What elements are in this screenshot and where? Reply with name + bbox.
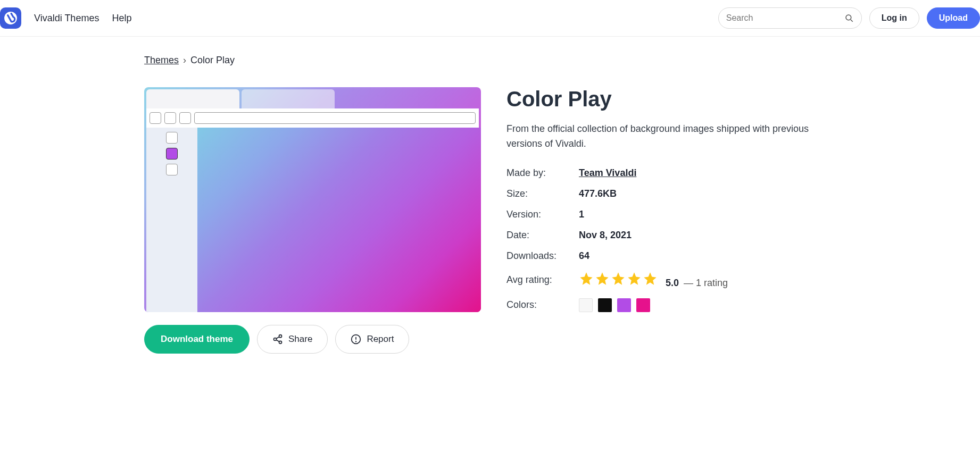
vivaldi-icon: [4, 11, 18, 25]
preview-nav-btn: [164, 112, 176, 124]
color-swatch: [617, 298, 631, 312]
report-button[interactable]: Report: [335, 325, 409, 354]
label-avg-rating: Avg rating:: [506, 274, 579, 286]
theme-title: Color Play: [506, 87, 836, 111]
svg-line-7: [276, 340, 279, 341]
nav-help[interactable]: Help: [112, 13, 131, 24]
theme-description: From the official collection of backgrou…: [506, 122, 836, 152]
star-icon: [643, 271, 658, 286]
star-icon: [595, 271, 610, 286]
breadcrumb: Themes › Color Play: [144, 55, 836, 66]
preview-nav-btn: [179, 112, 191, 124]
breadcrumb-root[interactable]: Themes: [144, 55, 179, 66]
breadcrumb-current: Color Play: [190, 55, 235, 66]
star-rating: [579, 271, 658, 286]
rating-value: 5.0: [666, 278, 679, 288]
color-swatches: [579, 298, 836, 312]
label-date: Date:: [506, 230, 579, 241]
value-avg-rating: 5.0 — 1 rating: [579, 271, 836, 289]
preview-panel-btn: [166, 132, 178, 144]
label-made-by: Made by:: [506, 167, 579, 179]
svg-line-6: [276, 337, 279, 338]
color-swatch: [579, 298, 593, 312]
share-button[interactable]: Share: [257, 325, 328, 354]
label-colors: Colors:: [506, 299, 579, 311]
value-version: 1: [579, 209, 836, 220]
svg-point-5: [279, 341, 282, 343]
label-version: Version:: [506, 209, 579, 220]
report-button-label: Report: [367, 334, 394, 345]
chevron-right-icon: ›: [183, 55, 186, 66]
preview-address-bar: [194, 112, 476, 124]
preview-panel-btn-accent: [166, 148, 178, 160]
author-link[interactable]: Team Vivaldi: [579, 167, 636, 178]
share-button-label: Share: [288, 334, 312, 345]
rating-count: — 1 rating: [684, 278, 728, 288]
value-size: 477.6KB: [579, 188, 836, 199]
share-icon: [272, 334, 283, 345]
star-icon: [579, 271, 594, 286]
upload-button[interactable]: Upload: [927, 7, 980, 29]
vivaldi-logo[interactable]: [0, 7, 21, 29]
star-icon: [627, 271, 642, 286]
search-input[interactable]: [726, 13, 844, 23]
label-size: Size:: [506, 188, 579, 199]
preview-tab-active: [146, 89, 239, 108]
value-downloads: 64: [579, 250, 836, 262]
svg-point-4: [274, 338, 277, 341]
download-theme-button[interactable]: Download theme: [144, 325, 250, 354]
svg-point-1: [846, 15, 851, 20]
theme-preview: [144, 87, 481, 312]
color-swatch: [636, 298, 650, 312]
label-downloads: Downloads:: [506, 250, 579, 262]
login-button[interactable]: Log in: [869, 7, 919, 29]
alert-icon: [351, 334, 361, 345]
preview-nav-btn: [150, 112, 161, 124]
nav-themes[interactable]: Vivaldi Themes: [34, 13, 99, 24]
value-date: Nov 8, 2021: [579, 230, 836, 241]
svg-point-10: [356, 341, 356, 342]
search-field[interactable]: [718, 7, 862, 29]
preview-tab-inactive: [242, 89, 335, 108]
preview-panel-btn: [166, 164, 178, 175]
star-icon: [611, 271, 626, 286]
preview-content: [197, 128, 481, 312]
color-swatch: [598, 298, 612, 312]
svg-line-2: [851, 20, 853, 22]
search-icon: [844, 13, 854, 23]
svg-point-3: [279, 335, 282, 338]
